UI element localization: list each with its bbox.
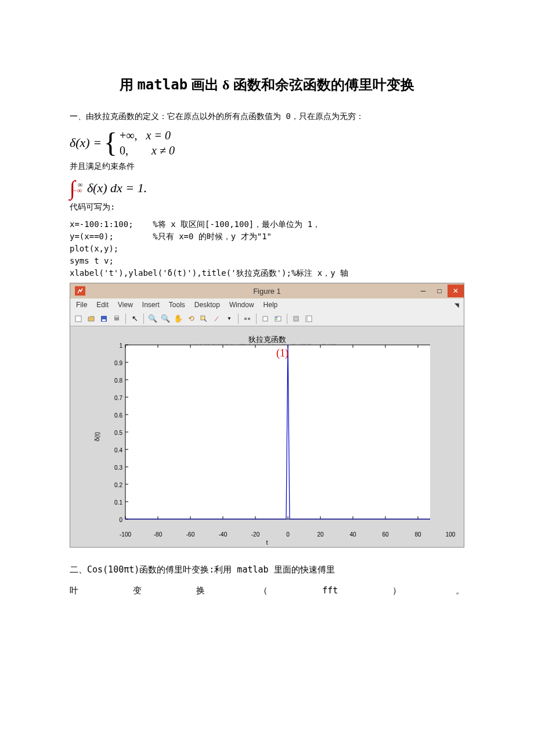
char: 变 <box>133 580 142 601</box>
svg-rect-4 <box>115 316 118 318</box>
svg-rect-5 <box>201 316 205 320</box>
code-line: plot(x,y); <box>70 243 464 255</box>
data-cursor-icon[interactable] <box>198 313 210 325</box>
code: xlabel('t'),ylabel('δ(t)'),title('狄拉克函数'… <box>70 268 291 278</box>
svg-line-6 <box>204 319 207 322</box>
x-tick: 80 <box>409 531 427 538</box>
formula-cases: +∞, x = 0 0, x ≠ 0 <box>120 128 175 158</box>
x-tick: 20 <box>312 531 329 538</box>
pan-icon[interactable]: ✋ <box>172 313 184 325</box>
figure-window-title: Figure 1 <box>253 287 281 296</box>
para2-line1: 二、Cos(100πt)函数的傅里叶变换:利用 matlab 里面的快速傅里 <box>70 559 464 580</box>
case-value: +∞, <box>120 129 138 142</box>
page-title: 用 matlab 画出 δ 函数和余弦函数的傅里叶变换 <box>70 75 464 94</box>
menu-file[interactable]: File <box>76 301 87 309</box>
plot-area: www.zixw.com.cn 狄拉克函数 (1) δ(t) t 1 0.9 0… <box>70 326 464 547</box>
title-text: 画出 <box>191 77 219 92</box>
code-label: 代码可写为: <box>70 202 464 213</box>
svg-rect-2 <box>102 319 106 321</box>
menu-help[interactable]: Help <box>264 301 278 309</box>
case-cond: x = 0 <box>146 129 171 142</box>
code-line: y=(x==0); %只有 x=0 的时候，y 才为"1" <box>70 231 464 243</box>
left-brace: { <box>104 129 117 157</box>
print-icon[interactable] <box>111 313 122 325</box>
svg-rect-16 <box>125 345 430 519</box>
char: 叶 <box>70 580 78 601</box>
link-icon[interactable] <box>241 313 253 325</box>
menu-edit[interactable]: Edit <box>96 301 109 309</box>
menu-desktop[interactable]: Desktop <box>194 301 220 309</box>
brush-icon[interactable]: ⁄ <box>211 313 222 325</box>
title-matlab: matlab <box>137 77 187 93</box>
menu-insert[interactable]: Insert <box>142 301 160 309</box>
code-line: xlabel('t'),ylabel('δ(t)'),title('狄拉克函数'… <box>70 267 464 279</box>
close-button[interactable]: ✕ <box>448 285 464 297</box>
colorbar-icon[interactable] <box>259 313 271 325</box>
show-plot-tools-icon[interactable] <box>303 313 315 325</box>
minimize-button[interactable]: ─ <box>415 285 431 297</box>
open-icon[interactable] <box>85 313 97 325</box>
rotate-icon[interactable]: ⟲ <box>185 313 197 325</box>
menu-bar: File Edit View Insert Tools Desktop Wind… <box>70 298 464 311</box>
constraint-label: 并且满足约束条件 <box>70 161 464 172</box>
svg-rect-15 <box>306 316 308 322</box>
zoom-out-icon[interactable]: 🔍 <box>160 313 171 325</box>
integral-body: δ(x) dx = 1. <box>87 181 147 196</box>
maximize-button[interactable]: □ <box>431 285 448 297</box>
legend-icon[interactable] <box>272 313 284 325</box>
figure-toolbar: ↖ 🔍 🔍 ✋ ⟲ ⁄ ▼ <box>70 311 464 326</box>
toolbar-separator <box>143 314 144 324</box>
svg-rect-8 <box>248 318 250 320</box>
code: x=-100:1:100; <box>70 219 134 229</box>
x-tick: 40 <box>344 531 362 538</box>
new-figure-icon[interactable] <box>73 313 84 325</box>
x-tick: -40 <box>214 531 232 538</box>
code: y=(x==0); <box>70 232 114 241</box>
svg-rect-10 <box>275 316 281 321</box>
plot-annotation: (1) <box>276 347 288 359</box>
figure-title-bar: Figure 1 ─ □ ✕ <box>70 283 464 298</box>
code-comment: %标注 x，y 轴 <box>291 268 348 278</box>
char: 换 <box>196 580 205 601</box>
para2-line2: 叶 变 换 （ fft ） 。 <box>70 580 464 601</box>
intro-paragraph: 一、由狄拉克函数的定义：它在原点以外的所有点函数值为 0，只在原点为无穷： <box>70 111 464 122</box>
x-tick: 100 <box>442 531 459 538</box>
matlab-figure-icon <box>75 286 85 296</box>
code-comment: %只有 x=0 的时候，y 才为"1" <box>153 232 272 241</box>
toolbar-separator <box>238 314 239 324</box>
y-axis-label: δ(t) <box>93 432 100 442</box>
toolbar-separator <box>287 314 287 324</box>
menu-caret-icon[interactable]: ◥ <box>454 302 459 308</box>
paragraph-2: 二、Cos(100πt)函数的傅里叶变换:利用 matlab 里面的快速傅里 叶… <box>70 559 464 601</box>
delta-definition-formula: δ(x) = { +∞, x = 0 0, x ≠ 0 <box>70 128 464 158</box>
menu-view[interactable]: View <box>118 301 133 309</box>
formula-lhs: δ(x) = <box>70 135 102 150</box>
toolbar-separator <box>256 314 257 324</box>
matlab-figure-window: Figure 1 ─ □ ✕ File Edit View Insert Too… <box>70 283 464 548</box>
char: fft <box>322 580 338 601</box>
menu-window[interactable]: Window <box>229 301 254 309</box>
x-tick: 60 <box>377 531 394 538</box>
code-line: x=-100:1:100; %将 x 取区间[-100,100]，最小单位为 1… <box>70 218 464 231</box>
x-axis-label: t <box>266 539 268 546</box>
x-tick: -100 <box>117 531 134 538</box>
window-buttons: ─ □ ✕ <box>415 285 464 297</box>
svg-rect-0 <box>75 316 81 322</box>
char: （ <box>259 580 268 601</box>
save-icon[interactable] <box>98 313 110 325</box>
x-tick: 0 <box>279 531 297 538</box>
char: 。 <box>456 580 464 601</box>
title-text: 用 <box>120 77 134 92</box>
zoom-in-icon[interactable]: 🔍 <box>147 313 158 325</box>
dropdown-icon[interactable]: ▼ <box>223 313 235 325</box>
pointer-icon[interactable]: ↖ <box>129 313 140 325</box>
case-cond: x ≠ 0 <box>151 144 175 157</box>
title-delta: δ <box>222 77 229 92</box>
svg-rect-9 <box>263 316 268 321</box>
menu-tools[interactable]: Tools <box>169 301 185 309</box>
toolbar-separator <box>125 314 126 324</box>
svg-rect-7 <box>244 318 247 320</box>
title-text: 函数和余弦函数的傅里叶变换 <box>233 77 414 92</box>
integral-formula: ∫ ∞ −∞ δ(x) dx = 1. <box>70 178 464 199</box>
hide-plot-tools-icon[interactable] <box>290 313 302 325</box>
